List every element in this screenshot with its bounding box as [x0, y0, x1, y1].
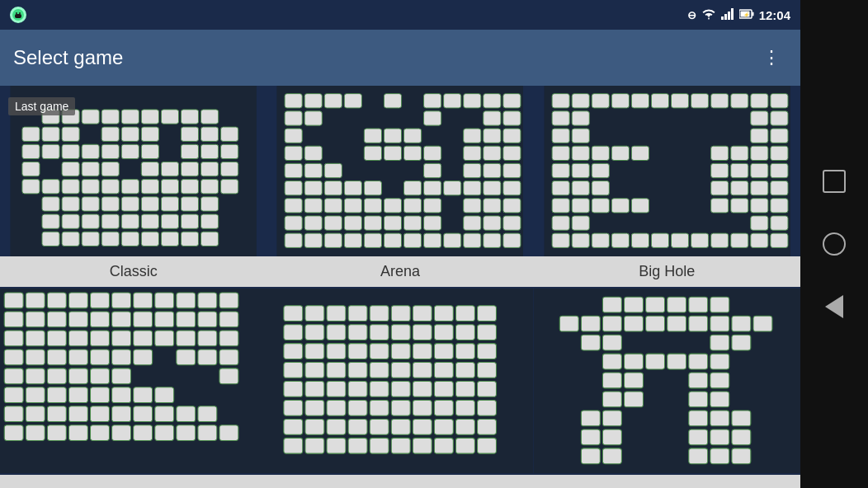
- svg-rect-166: [404, 233, 422, 247]
- svg-rect-62: [62, 197, 79, 211]
- svg-rect-225: [552, 216, 569, 230]
- svg-rect-265: [47, 425, 66, 441]
- svg-rect-343: [305, 344, 324, 359]
- svg-rect-344: [327, 344, 346, 359]
- game-card-classic[interactable]: Last game: [0, 86, 267, 287]
- svg-rect-64: [101, 197, 119, 211]
- svg-rect-393: [305, 438, 324, 453]
- svg-rect-388: [413, 419, 432, 434]
- svg-rect-286: [26, 387, 45, 403]
- svg-rect-100: [304, 111, 322, 125]
- svg-rect-201: [770, 146, 787, 160]
- svg-point-2: [16, 12, 17, 14]
- svg-rect-42: [62, 162, 79, 176]
- svg-rect-219: [611, 199, 629, 213]
- svg-rect-221: [710, 199, 728, 213]
- svg-rect-214: [750, 181, 767, 195]
- svg-rect-303: [155, 331, 174, 346]
- game-label-spiral: [0, 475, 267, 488]
- svg-rect-281: [177, 312, 196, 327]
- game-card-spiral[interactable]: [0, 287, 267, 488]
- svg-rect-233: [631, 233, 649, 247]
- svg-rect-145: [424, 199, 441, 213]
- svg-rect-364: [327, 382, 346, 397]
- game-card-figure[interactable]: [534, 287, 800, 488]
- svg-rect-75: [141, 214, 158, 228]
- svg-rect-445: [710, 429, 729, 445]
- svg-rect-77: [181, 214, 198, 228]
- svg-rect-43: [82, 162, 99, 176]
- svg-rect-51: [42, 180, 59, 194]
- svg-rect-248: [134, 293, 153, 308]
- svg-rect-126: [503, 163, 521, 177]
- svg-rect-374: [327, 400, 346, 415]
- svg-rect-134: [444, 181, 461, 195]
- svg-rect-386: [370, 419, 389, 434]
- svg-rect-425: [645, 354, 664, 369]
- game-card-flat[interactable]: [267, 287, 533, 488]
- svg-rect-169: [464, 233, 481, 247]
- svg-rect-188: [770, 111, 787, 125]
- svg-rect-137: [503, 181, 521, 195]
- svg-rect-304: [177, 331, 196, 346]
- svg-rect-146: [464, 199, 481, 213]
- svg-rect-192: [770, 129, 787, 143]
- svg-rect-47: [181, 162, 198, 176]
- back-button[interactable]: [819, 292, 849, 321]
- svg-rect-451: [732, 448, 751, 464]
- svg-rect-99: [285, 111, 302, 125]
- game-thumbnail-figure: [534, 287, 800, 475]
- svg-rect-111: [285, 146, 302, 160]
- svg-rect-212: [710, 181, 728, 195]
- svg-rect-143: [384, 199, 402, 213]
- svg-rect-350: [456, 344, 475, 359]
- svg-rect-411: [602, 316, 621, 331]
- svg-rect-234: [651, 233, 668, 247]
- svg-rect-359: [435, 363, 454, 378]
- svg-rect-349: [435, 344, 454, 359]
- svg-rect-104: [285, 129, 302, 143]
- svg-rect-325: [348, 306, 367, 321]
- home-icon: [823, 232, 846, 256]
- svg-rect-263: [4, 425, 23, 441]
- svg-rect-245: [68, 293, 87, 308]
- recent-apps-button[interactable]: [819, 167, 849, 196]
- svg-rect-250: [177, 293, 196, 308]
- game-card-big-hole[interactable]: Big Hole: [534, 86, 800, 287]
- svg-rect-181: [710, 94, 728, 108]
- svg-rect-313: [155, 387, 174, 403]
- svg-rect-92: [345, 94, 362, 108]
- svg-rect-87: [201, 232, 219, 246]
- svg-rect-194: [572, 146, 589, 160]
- svg-rect-300: [91, 331, 110, 346]
- svg-rect-105: [365, 129, 382, 143]
- svg-rect-401: [478, 438, 497, 453]
- svg-rect-403: [602, 297, 621, 312]
- svg-rect-53: [82, 180, 99, 194]
- game-label-arena: Arena: [267, 256, 533, 287]
- svg-rect-391: [478, 419, 497, 434]
- svg-rect-431: [688, 373, 707, 388]
- game-thumbnail-big-hole: [534, 86, 800, 256]
- minus-circle-icon: ⊖: [687, 9, 696, 21]
- svg-rect-119: [503, 146, 521, 160]
- svg-rect-81: [82, 232, 99, 246]
- svg-rect-337: [392, 325, 411, 340]
- svg-rect-112: [304, 146, 322, 160]
- svg-rect-331: [478, 306, 497, 321]
- svg-rect-362: [284, 382, 303, 397]
- svg-rect-160: [285, 233, 302, 247]
- svg-rect-399: [435, 438, 454, 453]
- svg-rect-15: [82, 110, 99, 124]
- svg-rect-67: [161, 197, 178, 211]
- more-options-button[interactable]: ⋮: [756, 40, 787, 75]
- svg-rect-360: [456, 363, 475, 378]
- game-card-arena[interactable]: Arena: [267, 86, 533, 287]
- svg-rect-278: [112, 312, 131, 327]
- svg-rect-159: [503, 216, 521, 230]
- svg-rect-312: [134, 387, 153, 403]
- svg-rect-182: [730, 94, 748, 108]
- svg-rect-52: [62, 180, 79, 194]
- home-button[interactable]: [819, 229, 849, 259]
- svg-rect-336: [370, 325, 389, 340]
